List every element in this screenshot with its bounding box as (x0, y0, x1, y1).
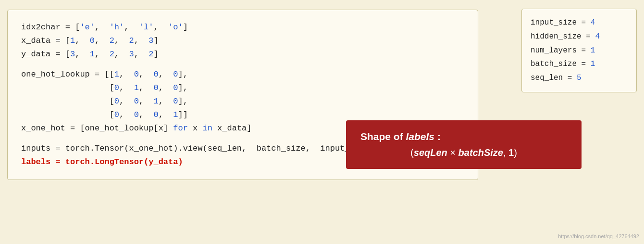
info-box: input_size = 4 hidden_size = 4 num_layer… (521, 9, 637, 92)
tooltip-box: Shape of labels : (seqLen × batchSize, 1… (346, 120, 582, 169)
info-line-batch-size: batch_size = 1 (531, 57, 628, 71)
info-line-seq-len: seq_len = 5 (531, 71, 628, 85)
code-line-2: x_data = [1, 0, 2, 2, 3] (21, 34, 464, 48)
tooltip-labels-italic: labels (406, 131, 435, 142)
tooltip-title: Shape of labels : (360, 131, 567, 142)
info-line-hidden-size: hidden_size = 4 (531, 30, 628, 44)
tooltip-formula: (seqLen × batchSize, 1) (360, 147, 567, 158)
code-line-1: idx2char = ['e', 'h', 'l', 'o'] (21, 21, 464, 34)
code-line-4: one_hot_lookup = [[1, 0, 0, 0], (21, 68, 464, 81)
info-line-input-size: input_size = 4 (531, 16, 628, 30)
num-layers-value: 1 (591, 46, 595, 55)
seq-len-value: 5 (577, 74, 582, 82)
info-line-num-layers: num_layers = 1 (531, 44, 628, 58)
hidden-size-value: 4 (595, 32, 600, 41)
batch-size-value: 1 (591, 60, 595, 68)
code-line-5: [0, 1, 0, 0], (21, 81, 464, 95)
code-line-6: [0, 0, 1, 0], (21, 95, 464, 108)
code-line-3: y_data = [3, 1, 2, 3, 2] (21, 48, 464, 61)
watermark: https://blog.csdn.net/qq_42764492 (558, 233, 639, 239)
input-size-value: 4 (591, 18, 595, 27)
